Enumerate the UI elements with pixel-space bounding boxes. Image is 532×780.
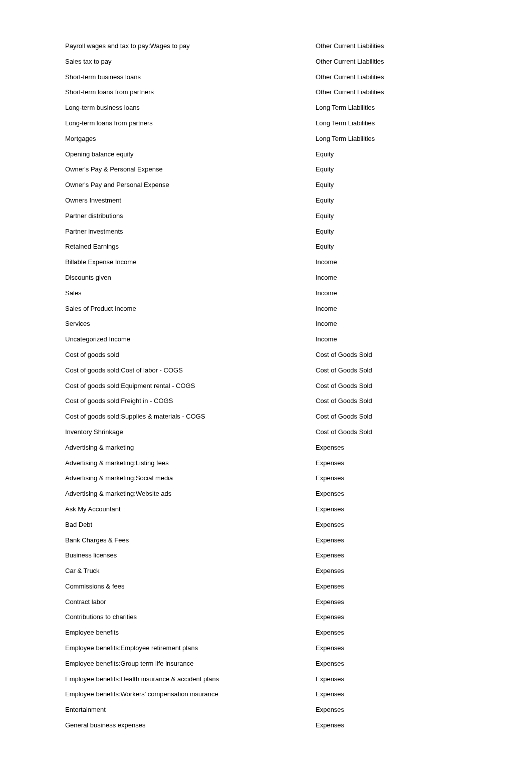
account-name: Bank Charges & Fees <box>65 536 316 544</box>
table-row: Short-term business loansOther Current L… <box>65 73 467 89</box>
account-type: Expenses <box>316 660 467 667</box>
table-row: General business expensesExpenses <box>65 721 467 737</box>
account-type: Expenses <box>316 536 467 544</box>
table-row: Payroll wages and tax to pay:Wages to pa… <box>65 42 467 58</box>
table-row: Business licensesExpenses <box>65 551 467 567</box>
account-type: Income <box>316 258 467 266</box>
table-row: Advertising & marketingExpenses <box>65 444 467 459</box>
account-type: Cost of Goods Sold <box>316 382 467 389</box>
account-name: Business licenses <box>65 551 316 559</box>
table-row: SalesIncome <box>65 289 467 305</box>
table-row: Sales of Product IncomeIncome <box>65 305 467 320</box>
account-type: Cost of Goods Sold <box>316 351 467 358</box>
table-row: Employee benefits:Group term life insura… <box>65 660 467 675</box>
account-type: Equity <box>316 165 467 173</box>
account-name: Opening balance equity <box>65 150 316 158</box>
account-name: Owner's Pay and Personal Expense <box>65 181 316 188</box>
account-type: Expenses <box>316 551 467 559</box>
account-name: Long-term business loans <box>65 104 316 111</box>
account-type: Expenses <box>316 690 467 698</box>
table-row: Owners InvestmentEquity <box>65 197 467 212</box>
table-row: Bank Charges & FeesExpenses <box>65 536 467 552</box>
account-name: Partner investments <box>65 228 316 235</box>
table-row: Contributions to charitiesExpenses <box>65 613 467 629</box>
account-name: Advertising & marketing:Social media <box>65 474 316 482</box>
table-row: Inventory ShrinkageCost of Goods Sold <box>65 428 467 444</box>
account-type: Equity <box>316 243 467 250</box>
account-name: Billable Expense Income <box>65 258 316 266</box>
account-type: Income <box>316 289 467 297</box>
account-name: Employee benefits:Group term life insura… <box>65 660 316 667</box>
account-name: Employee benefits:Employee retirement pl… <box>65 644 316 652</box>
account-name: Payroll wages and tax to pay:Wages to pa… <box>65 42 316 50</box>
account-type: Expenses <box>316 706 467 713</box>
account-name: Employee benefits:Workers' compensation … <box>65 690 316 698</box>
table-row: Advertising & marketing:Social mediaExpe… <box>65 474 467 490</box>
account-name: Commissions & fees <box>65 582 316 590</box>
account-name: Inventory Shrinkage <box>65 428 316 436</box>
account-name: Owners Investment <box>65 197 316 204</box>
table-row: Cost of goods sold:Supplies & materials … <box>65 413 467 428</box>
account-type: Expenses <box>316 521 467 528</box>
account-name: Cost of goods sold:Freight in - COGS <box>65 397 316 405</box>
table-row: Sales tax to payOther Current Liabilitie… <box>65 58 467 73</box>
table-row: Employee benefitsExpenses <box>65 629 467 644</box>
table-row: Contract laborExpenses <box>65 598 467 614</box>
account-type: Long Term Liabilities <box>316 104 467 111</box>
table-row: Employee benefits:Workers' compensation … <box>65 690 467 706</box>
table-row: Owner's Pay and Personal ExpenseEquity <box>65 181 467 197</box>
table-row: Short-term loans from partnersOther Curr… <box>65 88 467 104</box>
table-row: Employee benefits:Health insurance & acc… <box>65 675 467 691</box>
account-type: Equity <box>316 197 467 204</box>
account-type: Equity <box>316 181 467 188</box>
account-name: Short-term loans from partners <box>65 88 316 96</box>
account-type: Cost of Goods Sold <box>316 366 467 374</box>
account-name: Sales tax to pay <box>65 58 316 65</box>
table-row: Owner's Pay & Personal ExpenseEquity <box>65 165 467 181</box>
table-row: Opening balance equityEquity <box>65 150 467 166</box>
table-row: Partner investmentsEquity <box>65 228 467 243</box>
account-name: Sales <box>65 289 316 297</box>
account-name: Mortgages <box>65 135 316 142</box>
account-type: Other Current Liabilities <box>316 88 467 96</box>
table-row: Advertising & marketing:Website adsExpen… <box>65 490 467 505</box>
table-row: Cost of goods sold:Cost of labor - COGSC… <box>65 366 467 382</box>
table-row: Car & TruckExpenses <box>65 567 467 582</box>
account-type: Expenses <box>316 598 467 606</box>
account-name: Retained Earnings <box>65 243 316 250</box>
account-type: Expenses <box>316 474 467 482</box>
table-row: Cost of goods sold:Equipment rental - CO… <box>65 382 467 398</box>
table-row: Discounts givenIncome <box>65 274 467 289</box>
table-row: Retained EarningsEquity <box>65 243 467 258</box>
table-row: Partner distributionsEquity <box>65 212 467 228</box>
account-table: Payroll wages and tax to pay:Wages to pa… <box>0 0 532 737</box>
account-name: Sales of Product Income <box>65 305 316 312</box>
table-row: Advertising & marketing:Listing feesExpe… <box>65 459 467 475</box>
account-name: Advertising & marketing <box>65 444 316 451</box>
account-type: Expenses <box>316 629 467 636</box>
table-row: Bad DebtExpenses <box>65 521 467 536</box>
account-name: Bad Debt <box>65 521 316 528</box>
account-type: Expenses <box>316 444 467 451</box>
account-name: Entertainment <box>65 706 316 713</box>
account-name: Owner's Pay & Personal Expense <box>65 165 316 173</box>
table-row: Long-term loans from partnersLong Term L… <box>65 119 467 135</box>
account-name: Cost of goods sold:Supplies & materials … <box>65 413 316 420</box>
table-row: Long-term business loansLong Term Liabil… <box>65 104 467 119</box>
account-type: Income <box>316 320 467 327</box>
account-name: Short-term business loans <box>65 73 316 81</box>
table-row: ServicesIncome <box>65 320 467 335</box>
account-name: Advertising & marketing:Website ads <box>65 490 316 497</box>
account-name: Contract labor <box>65 598 316 606</box>
account-name: Advertising & marketing:Listing fees <box>65 459 316 467</box>
account-type: Expenses <box>316 644 467 652</box>
account-type: Cost of Goods Sold <box>316 397 467 405</box>
account-type: Income <box>316 335 467 343</box>
table-row: Ask My AccountantExpenses <box>65 505 467 521</box>
account-type: Expenses <box>316 613 467 621</box>
account-type: Long Term Liabilities <box>316 135 467 142</box>
account-name: Cost of goods sold <box>65 351 316 358</box>
account-name: Ask My Accountant <box>65 505 316 513</box>
account-name: Long-term loans from partners <box>65 119 316 127</box>
table-row: Cost of goods soldCost of Goods Sold <box>65 351 467 366</box>
